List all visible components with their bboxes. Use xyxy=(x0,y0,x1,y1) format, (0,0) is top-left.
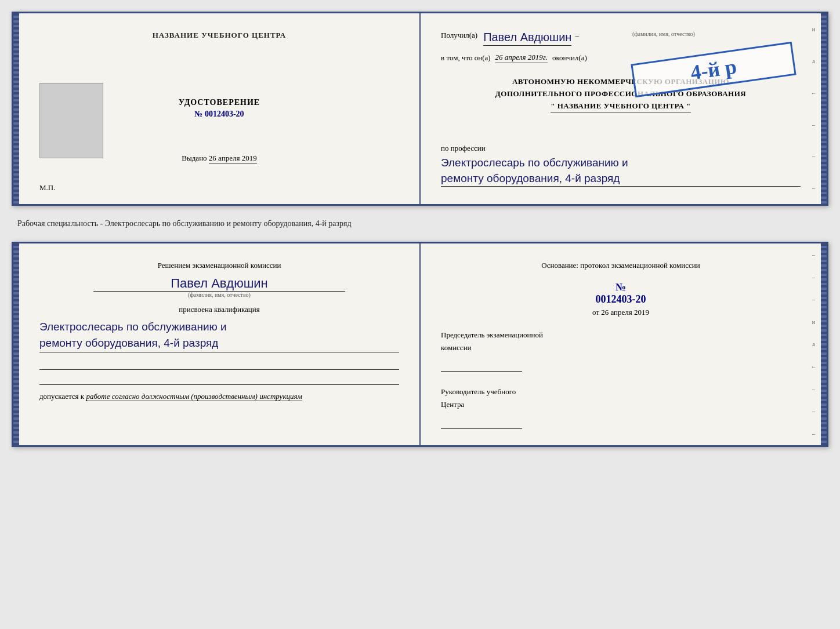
received-name: Павел Авдюшин xyxy=(483,31,571,46)
received-line: Получил(а) Павел Авдюшин – (фамилия, имя… xyxy=(441,31,801,46)
osnov-title: Основание: протокол экзаменационной коми… xyxy=(441,260,801,272)
org-name: " НАЗВАНИЕ УЧЕБНОГО ЦЕНТРА " xyxy=(551,100,690,113)
osnov-number: 0012403-20 xyxy=(441,293,801,306)
rukovoditel-label-2: Центра xyxy=(441,398,801,411)
assigned-label: присвоена квалификация xyxy=(39,305,399,314)
middle-text: Рабочая специальность - Электрослесарь п… xyxy=(12,216,828,231)
prof-label: по профессии xyxy=(441,144,801,153)
side-marks-top: и а ← – – – xyxy=(806,13,821,204)
predsedatel-label-1: Председатель экзаменационной xyxy=(441,329,801,341)
issued-date: 26 апреля 2019 xyxy=(209,154,257,163)
date-prefix: от xyxy=(592,308,599,317)
dopuskaetsya-label: допускается к xyxy=(39,392,84,401)
osnov-number-prefix: № xyxy=(615,281,626,293)
cert-issued-block: Выдано 26 апреля 2019 xyxy=(182,154,256,163)
bottom-left-page: Решением экзаменационной комиссии Павел … xyxy=(19,243,421,445)
vtom-label: в том, что он(а) xyxy=(441,53,491,63)
dopuskaetsya-line: допускается к работе согласно должностны… xyxy=(39,392,399,401)
top-booklet: НАЗВАНИЕ УЧЕБНОГО ЦЕНТРА УДОСТОВЕРЕНИЕ №… xyxy=(12,12,828,206)
cert-photo xyxy=(39,83,103,158)
decision-title-text: Решением экзаменационной комиссии xyxy=(158,261,281,270)
side-marks-bottom: – – – и а ← – – – xyxy=(806,243,821,445)
top-right-page: Получил(а) Павел Авдюшин – (фамилия, имя… xyxy=(421,13,821,204)
decision-person-name: Павел Авдюшин xyxy=(93,276,345,292)
issued-label: Выдано xyxy=(182,154,207,162)
cert-udostoverenie-block: УДОСТОВЕРЕНИЕ № 0012403-20 xyxy=(179,98,260,119)
vtom-date: 26 апреля 2019г. xyxy=(495,53,548,63)
osnov-number-block: № 0012403-20 xyxy=(441,281,801,306)
top-left-page: НАЗВАНИЕ УЧЕБНОГО ЦЕНТРА УДОСТОВЕРЕНИЕ №… xyxy=(19,13,421,204)
sig-line-rukovoditel xyxy=(441,419,522,429)
bottom-left-spine xyxy=(13,243,19,445)
dash1: – xyxy=(575,31,579,40)
blank-line-1 xyxy=(39,357,399,370)
right-page-content: Получил(а) Павел Авдюшин – (фамилия, имя… xyxy=(441,31,801,187)
blank-lines xyxy=(39,357,399,385)
org-line2: ДОПОЛНИТЕЛЬНОГО ПРОФЕССИОНАЛЬНОГО ОБРАЗО… xyxy=(441,88,801,100)
rukovoditel-block: Руководитель учебного Центра xyxy=(441,386,801,428)
cert-number: № 0012403-20 xyxy=(179,110,260,119)
prof-value-1: Электрослесарь по обслуживанию и xyxy=(441,155,801,171)
predsedatel-sig-line xyxy=(441,359,801,372)
mp-label: М.П. xyxy=(39,183,55,192)
prof-value: Электрослесарь по обслуживанию и ремонту… xyxy=(441,155,801,187)
rukovoditel-label-1: Руководитель учебного xyxy=(441,386,801,398)
bottom-right-page: Основание: протокол экзаменационной коми… xyxy=(421,243,821,445)
bottom-booklet: Решением экзаменационной комиссии Павел … xyxy=(12,242,828,446)
profession-block: по профессии Электрослесарь по обслужива… xyxy=(441,144,801,187)
page-wrapper: НАЗВАНИЕ УЧЕБНОГО ЦЕНТРА УДОСТОВЕРЕНИЕ №… xyxy=(12,12,828,447)
cert-number-value: 0012403-20 xyxy=(205,110,244,118)
dopuskaetsya-value: работе согласно должностным (производств… xyxy=(86,392,302,401)
stamp-area: 4-й р АВТОНОМНУЮ НЕКОММЕРЧЕСКУЮ ОРГАНИЗА… xyxy=(441,70,801,128)
osnov-date: от 26 апреля 2019 xyxy=(441,308,801,317)
received-label: Получил(а) xyxy=(441,31,477,40)
rukovoditel-sig-line xyxy=(441,416,801,428)
osnov-date-val: 26 апреля 2019 xyxy=(601,308,649,317)
fio-hint-top: (фамилия, имя, отчество) xyxy=(632,31,695,37)
qual-value-2: ремонту оборудования, 4-й разряд xyxy=(39,335,399,352)
left-spine xyxy=(13,13,19,204)
bottom-right-spine xyxy=(821,243,827,445)
decision-title: Решением экзаменационной комиссии xyxy=(39,260,399,271)
sig-line-predsedatel xyxy=(441,361,522,372)
fio-hint-bottom: (фамилия, имя, отчество) xyxy=(39,292,399,298)
predsedatel-block: Председатель экзаменационной комиссии xyxy=(441,329,801,372)
prof-value-2: ремонту оборудования, 4-й разряд xyxy=(441,171,801,187)
right-spine-top xyxy=(821,13,827,204)
okonchil-label: окончил(а) xyxy=(552,53,587,63)
udost-label: УДОСТОВЕРЕНИЕ xyxy=(179,98,260,107)
predsedatel-label-2: комиссии xyxy=(441,341,801,354)
blank-line-2 xyxy=(39,372,399,385)
cert-center-title: НАЗВАНИЕ УЧЕБНОГО ЦЕНТРА xyxy=(153,31,287,40)
qual-value: Электрослесарь по обслуживанию и ремонту… xyxy=(39,319,399,352)
qual-value-1: Электрослесарь по обслуживанию и xyxy=(39,319,399,336)
number-prefix: № xyxy=(194,110,202,118)
